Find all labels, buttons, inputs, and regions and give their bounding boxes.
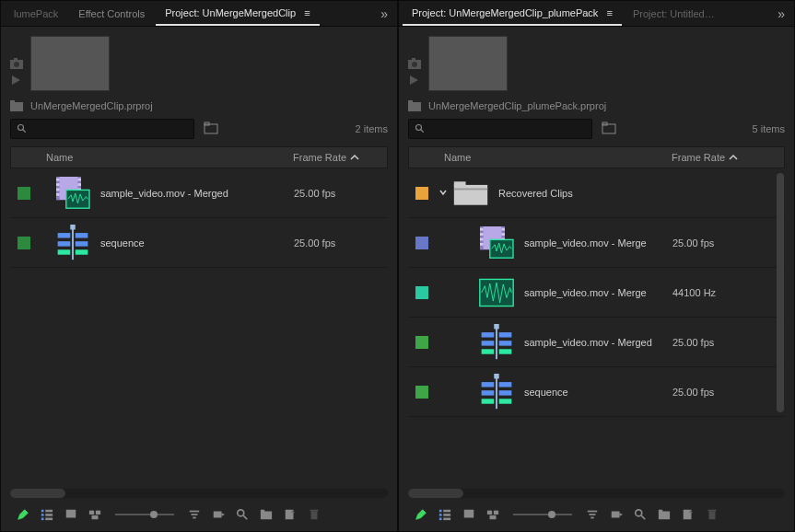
tab-project-active[interactable]: Project: UnMergeMergedClip ≡: [156, 2, 319, 26]
zoom-slider[interactable]: [115, 514, 174, 515]
camera-icon[interactable]: [10, 58, 23, 69]
tab-lumepack[interactable]: lumePack: [5, 3, 67, 25]
item-name[interactable]: sample_video.mov - Merge: [524, 237, 665, 249]
table-row[interactable]: sequence 25.00 fps: [10, 218, 388, 268]
table-row[interactable]: sequence 25.00 fps: [408, 367, 785, 417]
camera-icon[interactable]: [408, 58, 421, 69]
column-name[interactable]: Name: [39, 152, 286, 163]
item-name[interactable]: sample_video.mov - Merged: [100, 188, 286, 199]
tab-overflow-icon[interactable]: »: [772, 6, 790, 21]
item-name[interactable]: sample_video.mov - Merged: [524, 337, 665, 348]
item-name[interactable]: sequence: [524, 387, 665, 398]
sort-caret-icon: [350, 154, 359, 161]
find-icon[interactable]: [633, 507, 648, 522]
item-thumbnail-icon: [450, 175, 491, 212]
pen-icon[interactable]: [414, 507, 428, 522]
tab-effect-controls[interactable]: Effect Controls: [69, 3, 154, 25]
item-name[interactable]: Recovered Clips: [498, 188, 665, 199]
automate-icon[interactable]: [211, 507, 226, 522]
new-item-icon[interactable]: [283, 507, 298, 522]
find-icon[interactable]: [235, 507, 250, 522]
item-name[interactable]: sequence: [100, 237, 286, 249]
new-bin-icon[interactable]: [657, 507, 672, 522]
tab-menu-icon[interactable]: ≡: [304, 7, 310, 18]
table-row[interactable]: Recovered Clips: [408, 168, 785, 218]
label-chip[interactable]: [18, 237, 30, 249]
table-row[interactable]: sample_video.mov - Merge 44100 Hz: [408, 268, 785, 318]
disclosure-icon[interactable]: [436, 188, 450, 199]
svg-rect-22: [72, 226, 74, 259]
item-framerate: 25.00 fps: [286, 188, 388, 199]
table-row[interactable]: sample_video.mov - Merged 25.00 fps: [10, 168, 388, 218]
svg-rect-82: [499, 332, 512, 337]
svg-point-2: [14, 62, 19, 67]
icon-view-icon[interactable]: [462, 507, 476, 522]
svg-rect-33: [45, 514, 53, 516]
svg-marker-3: [12, 75, 20, 85]
trash-icon[interactable]: [307, 507, 322, 522]
label-chip[interactable]: [415, 237, 428, 249]
svg-rect-37: [89, 511, 94, 515]
label-chip[interactable]: [415, 386, 428, 399]
search-input[interactable]: [10, 119, 194, 139]
sort-icon[interactable]: [585, 507, 600, 522]
vertical-scrollbar[interactable]: [776, 168, 785, 483]
play-icon[interactable]: [408, 75, 419, 86]
sort-icon[interactable]: [187, 507, 202, 522]
svg-rect-13: [56, 178, 60, 180]
list-view-icon[interactable]: [438, 507, 452, 522]
label-chip[interactable]: [415, 286, 428, 299]
svg-line-111: [641, 515, 645, 519]
svg-rect-64: [454, 181, 466, 186]
svg-rect-27: [76, 241, 88, 246]
svg-rect-32: [41, 514, 44, 516]
svg-point-59: [416, 125, 422, 131]
zoom-slider[interactable]: [513, 514, 572, 515]
item-thumbnail-icon: [476, 324, 517, 361]
label-chip[interactable]: [415, 336, 428, 349]
tab-project-active[interactable]: Project: UnMergeMergedClip_plumePack ≡: [403, 2, 622, 26]
label-chip[interactable]: [415, 187, 428, 200]
tab-menu-icon[interactable]: ≡: [607, 7, 613, 18]
freeform-view-icon[interactable]: [88, 507, 102, 522]
item-framerate: 44100 Hz: [665, 287, 766, 298]
column-framerate[interactable]: Frame Rate: [286, 152, 387, 163]
svg-rect-108: [612, 512, 620, 518]
svg-rect-99: [439, 518, 442, 521]
project-filename: UnMergeMergedClip_plumePack.prproj: [428, 100, 606, 111]
list-view-icon[interactable]: [40, 507, 54, 522]
trash-icon[interactable]: [705, 507, 719, 522]
filter-bin-icon[interactable]: [598, 121, 620, 136]
new-item-icon[interactable]: [681, 507, 696, 522]
tab-project-other[interactable]: Project: Untitled_plumeP: [624, 3, 725, 25]
column-framerate[interactable]: Frame Rate: [664, 152, 766, 163]
search-icon: [17, 123, 28, 134]
svg-rect-77: [490, 239, 513, 258]
column-name[interactable]: Name: [437, 152, 664, 163]
freeform-view-icon[interactable]: [485, 507, 500, 522]
tab-overflow-icon[interactable]: »: [375, 6, 393, 21]
horizontal-scrollbar[interactable]: [408, 489, 785, 498]
svg-rect-54: [412, 58, 415, 61]
svg-rect-65: [454, 188, 487, 190]
automate-icon[interactable]: [609, 507, 624, 522]
svg-rect-17: [77, 178, 81, 180]
pen-icon[interactable]: [16, 507, 30, 522]
item-thumbnail-icon: [53, 225, 93, 261]
bin-small-icon: [10, 100, 23, 111]
label-chip[interactable]: [18, 187, 30, 200]
play-icon[interactable]: [10, 75, 21, 86]
search-input[interactable]: [408, 119, 592, 139]
tab-label: Project: UnMergeMergedClip: [165, 7, 296, 18]
item-name[interactable]: sample_video.mov - Merge: [524, 287, 665, 298]
new-bin-icon[interactable]: [259, 507, 274, 522]
svg-line-46: [243, 515, 247, 519]
svg-rect-90: [499, 382, 512, 387]
table-row[interactable]: sample_video.mov - Merge 25.00 fps: [408, 218, 785, 268]
icon-view-icon[interactable]: [64, 507, 78, 522]
table-row[interactable]: sample_video.mov - Merged 25.00 fps: [408, 318, 785, 367]
horizontal-scrollbar[interactable]: [10, 489, 388, 498]
filter-bin-icon[interactable]: [200, 121, 222, 136]
svg-rect-112: [659, 512, 670, 520]
svg-marker-109: [620, 513, 624, 516]
